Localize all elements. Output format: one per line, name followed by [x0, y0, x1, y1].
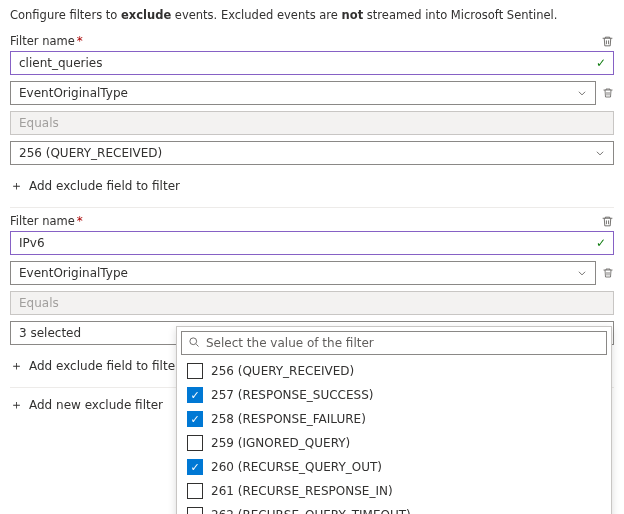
checkbox[interactable] [187, 459, 203, 475]
plus-icon: ＋ [10, 357, 23, 375]
instructions: Configure filters to exclude events. Exc… [10, 8, 614, 22]
search-icon [188, 336, 200, 351]
dropdown-option[interactable]: 256 (QUERY_RECEIVED) [181, 359, 607, 383]
add-new-filter-button[interactable]: ＋ Add new exclude filter [10, 396, 163, 414]
option-label: 256 (QUERY_RECEIVED) [211, 364, 354, 378]
option-label: 258 (RESPONSE_FAILURE) [211, 412, 366, 426]
required-mark: * [77, 214, 83, 228]
checkbox[interactable] [187, 411, 203, 427]
checkbox[interactable] [187, 387, 203, 403]
checkbox[interactable] [187, 507, 203, 514]
option-label: 259 (IGNORED_QUERY) [211, 436, 350, 450]
delete-filter-icon[interactable] [601, 215, 614, 228]
instr-bold: not [342, 8, 364, 22]
option-label: 262 (RECURSE_QUERY_TIMEOUT) [211, 508, 411, 514]
plus-icon: ＋ [10, 177, 23, 195]
filter-name-input[interactable]: IPv6 [10, 231, 614, 255]
delete-row-icon[interactable] [602, 87, 614, 99]
filter-name-label: Filter name [10, 34, 75, 48]
value-dropdown: Select the value of the filter 256 (QUER… [176, 326, 612, 514]
chevron-down-icon [577, 88, 587, 98]
value-select[interactable]: 256 (QUERY_RECEIVED) [10, 141, 614, 165]
delete-row-icon[interactable] [602, 267, 614, 279]
dropdown-option[interactable]: 259 (IGNORED_QUERY) [181, 431, 607, 455]
instr-seg: events. Excluded events are [171, 8, 341, 22]
operator-select: Equals [10, 111, 614, 135]
svg-point-0 [190, 337, 197, 344]
required-mark: * [77, 34, 83, 48]
plus-icon: ＋ [10, 396, 23, 414]
field-select[interactable]: EventOriginalType [10, 81, 596, 105]
checkbox[interactable] [187, 363, 203, 379]
instr-seg: Configure filters to [10, 8, 121, 22]
add-exclude-field-button[interactable]: ＋ Add exclude field to filter [10, 177, 180, 195]
chevron-down-icon [595, 148, 605, 158]
checkbox[interactable] [187, 435, 203, 451]
dropdown-option[interactable]: 257 (RESPONSE_SUCCESS) [181, 383, 607, 407]
option-label: 257 (RESPONSE_SUCCESS) [211, 388, 373, 402]
valid-check-icon: ✓ [596, 236, 606, 250]
filter-block-1: Filter name* client_queries ✓ EventOrigi… [10, 34, 614, 195]
delete-filter-icon[interactable] [601, 35, 614, 48]
operator-select: Equals [10, 291, 614, 315]
chevron-down-icon [577, 268, 587, 278]
instr-bold: exclude [121, 8, 171, 22]
dropdown-option[interactable]: 258 (RESPONSE_FAILURE) [181, 407, 607, 431]
instr-seg: streamed into Microsoft Sentinel. [363, 8, 557, 22]
dropdown-search-input[interactable]: Select the value of the filter [181, 331, 607, 355]
dropdown-option[interactable]: 260 (RECURSE_QUERY_OUT) [181, 455, 607, 479]
valid-check-icon: ✓ [596, 56, 606, 70]
filter-name-input[interactable]: client_queries [10, 51, 614, 75]
option-label: 260 (RECURSE_QUERY_OUT) [211, 460, 382, 474]
option-label: 261 (RECURSE_RESPONSE_IN) [211, 484, 393, 498]
checkbox[interactable] [187, 483, 203, 499]
add-exclude-field-button[interactable]: ＋ Add exclude field to filter [10, 357, 180, 375]
dropdown-option[interactable]: 262 (RECURSE_QUERY_TIMEOUT) [181, 503, 607, 514]
search-placeholder: Select the value of the filter [206, 336, 374, 350]
divider [10, 207, 614, 208]
dropdown-option[interactable]: 261 (RECURSE_RESPONSE_IN) [181, 479, 607, 503]
filter-name-label: Filter name [10, 214, 75, 228]
field-select[interactable]: EventOriginalType [10, 261, 596, 285]
